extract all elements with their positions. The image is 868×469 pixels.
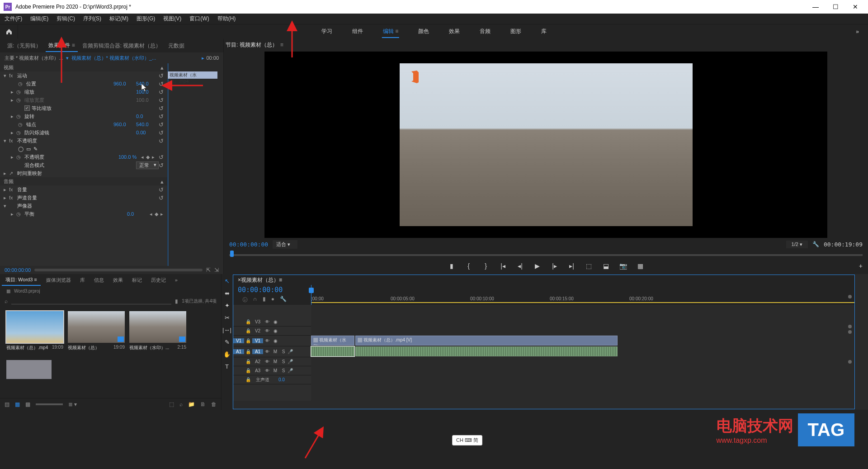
reset-icon[interactable]: ↺ — [159, 105, 164, 112]
toggle-icon[interactable]: ◉ — [271, 328, 279, 333]
reset-icon[interactable]: ↺ — [159, 129, 164, 136]
step-back-icon[interactable]: ◂| — [516, 262, 524, 270]
tab-history[interactable]: 历史记 — [147, 275, 170, 285]
mark-in-bracket-icon[interactable]: { — [465, 262, 473, 270]
track-v1[interactable]: V1🔒V1👁◉ — [233, 336, 311, 346]
home-icon[interactable] — [0, 24, 18, 39]
workspace-color[interactable]: 颜色 — [417, 26, 430, 38]
mute-icon[interactable]: M — [271, 368, 279, 373]
tab-markers[interactable]: 标记 — [128, 275, 146, 285]
scrubber-playhead[interactable] — [230, 251, 234, 257]
eye-icon[interactable]: 👁 — [263, 349, 271, 354]
eye-icon[interactable]: 👁 — [263, 319, 271, 324]
reset-icon[interactable]: ↺ — [159, 194, 164, 201]
freeform-view-icon[interactable]: ▩ — [25, 401, 30, 407]
lock-icon[interactable]: 🔒 — [244, 319, 252, 324]
track-v3[interactable]: 🔒V3👁◉ — [233, 317, 311, 327]
tab-project[interactable]: 项目: Word3 ≡ — [2, 275, 41, 286]
export-frame-icon[interactable]: 📷 — [619, 262, 627, 270]
project-item-preview[interactable] — [6, 360, 63, 379]
zoom-slider[interactable] — [36, 403, 63, 405]
tab-effects-lower[interactable]: 效果 — [109, 275, 127, 285]
project-item[interactable]: 视频素材（总）.mp419:09 — [6, 311, 63, 351]
mute-icon[interactable]: M — [271, 359, 279, 364]
breadcrumb-path[interactable]: 视频素材（总）* 视频素材（水印）_... — [71, 55, 156, 62]
collapse-icon[interactable]: ▴ — [160, 178, 164, 185]
wrench-icon[interactable]: 🔧 — [812, 241, 819, 247]
fit-dropdown[interactable]: 适合 ▾ — [273, 240, 297, 249]
audio-clip-1[interactable] — [311, 346, 354, 356]
tab-info[interactable]: 信息 — [90, 275, 108, 285]
step-out-icon[interactable]: ⇲ — [214, 267, 219, 273]
uniform-scale-checkbox[interactable]: ✓ — [24, 105, 30, 111]
razor-tool-icon[interactable]: ✂ — [225, 314, 230, 321]
reset-icon[interactable]: ↺ — [159, 121, 164, 128]
voice-icon[interactable]: 🎤 — [288, 349, 293, 354]
program-scrubber[interactable] — [229, 250, 863, 258]
project-item[interactable]: 视频素材（水印）...2:15 — [129, 311, 186, 351]
reset-icon[interactable]: ↺ — [159, 89, 164, 95]
slip-tool-icon[interactable]: |↔| — [222, 327, 231, 333]
menu-clip[interactable]: 剪辑(C) — [57, 15, 75, 23]
ripple-tool-icon[interactable]: ✦ — [225, 302, 230, 309]
effect-timeline[interactable]: 视频素材（水印）.mp4 — [167, 63, 223, 266]
tab-source[interactable]: 源:（无剪辑） — [5, 40, 44, 52]
program-timecode[interactable]: 00:00:00:00 — [229, 241, 268, 248]
timeline-tab[interactable]: × 视频素材（总） ≡ — [233, 275, 854, 285]
icon-view-icon[interactable]: ▦ — [15, 401, 20, 407]
eye-icon[interactable]: 👁 — [263, 338, 271, 343]
timeline-ruler[interactable]: ;00;00 00:00:05:00 00:00:10:00 00:00:15:… — [311, 285, 854, 305]
snap-icon[interactable]: ㋛ — [242, 296, 248, 303]
fx-time-remap[interactable]: ▸↗时间重映射 — [0, 169, 167, 177]
solo-icon[interactable]: S — [279, 368, 288, 373]
reset-icon[interactable]: ↺ — [159, 72, 164, 79]
stopwatch-icon[interactable]: ◷ — [16, 211, 23, 217]
workspace-assembly[interactable]: 组件 — [351, 26, 364, 38]
program-video-area[interactable] — [264, 52, 827, 238]
toggle-icon[interactable]: ◉ — [271, 319, 279, 324]
pen-mask-icon[interactable]: ✎ — [33, 146, 38, 152]
anchor-x[interactable]: 960.0 — [113, 122, 136, 127]
workspace-effects[interactable]: 效果 — [448, 26, 461, 38]
anchor-y[interactable]: 540.0 — [136, 122, 159, 127]
balance-value[interactable]: 0.0 — [127, 211, 150, 217]
mute-icon[interactable]: M — [271, 349, 279, 354]
stopwatch-icon[interactable]: ◷ — [16, 89, 23, 95]
workspace-learn[interactable]: 学习 — [321, 26, 333, 38]
settings-icon[interactable]: ● — [271, 296, 274, 303]
reset-icon[interactable]: ↺ — [159, 97, 164, 104]
auto-match-icon[interactable]: ⬚ — [169, 401, 174, 407]
compare-icon[interactable]: ▦ — [637, 262, 645, 270]
flicker-value[interactable]: 0.00 — [136, 130, 159, 135]
marker-icon[interactable]: ▮ — [263, 296, 266, 303]
fx-volume[interactable]: ▸fx音量↺ — [0, 185, 167, 194]
rect-mask-icon[interactable]: ▭ — [26, 146, 31, 152]
video-clip-2[interactable]: ▦ 视频素材（总）.mp4 [V] — [355, 336, 618, 346]
fx-motion[interactable]: ▾fx运动↺ — [0, 71, 167, 80]
toggle-icon[interactable]: ◉ — [271, 338, 279, 343]
delete-icon[interactable]: 🗑 — [211, 401, 217, 407]
filter-icon[interactable]: ▮ — [175, 298, 178, 304]
menu-sequence[interactable]: 序列(S) — [83, 15, 101, 23]
stopwatch-icon[interactable]: ◷ — [18, 122, 24, 128]
video-clip-1[interactable]: ▦ 视频素材（水印） — [311, 336, 354, 346]
new-item-icon[interactable]: 🗎 — [200, 401, 206, 407]
minimize-button[interactable]: — — [811, 2, 820, 11]
stopwatch-icon[interactable]: ◷ — [18, 81, 24, 87]
tab-overflow[interactable]: » — [171, 275, 181, 284]
list-view-icon[interactable]: ▤ — [5, 401, 9, 407]
resolution-dropdown[interactable]: 1/2 ▾ — [786, 241, 808, 248]
eye-icon[interactable]: 👁 — [263, 368, 271, 373]
maximize-button[interactable]: ☐ — [831, 2, 840, 11]
reset-icon[interactable]: ↺ — [159, 113, 164, 120]
workspace-libraries[interactable]: 库 — [540, 26, 547, 38]
menu-file[interactable]: 文件(F) — [5, 15, 22, 23]
fx-opacity[interactable]: ▾fx不透明度↺ — [0, 137, 167, 145]
fx-panner[interactable]: ▾声像器 — [0, 202, 167, 210]
timeline-tracks-area[interactable]: ▦ 视频素材（水印） ▦ 视频素材（总）.mp4 [V] — [311, 305, 854, 401]
step-forward-icon[interactable]: |▸ — [551, 262, 559, 270]
lock-icon[interactable]: 🔒 — [244, 359, 252, 364]
solo-icon[interactable]: S — [279, 349, 288, 354]
tab-metadata[interactable]: 元数据 — [165, 40, 187, 52]
pen-tool-icon[interactable]: ✎ — [225, 339, 230, 346]
